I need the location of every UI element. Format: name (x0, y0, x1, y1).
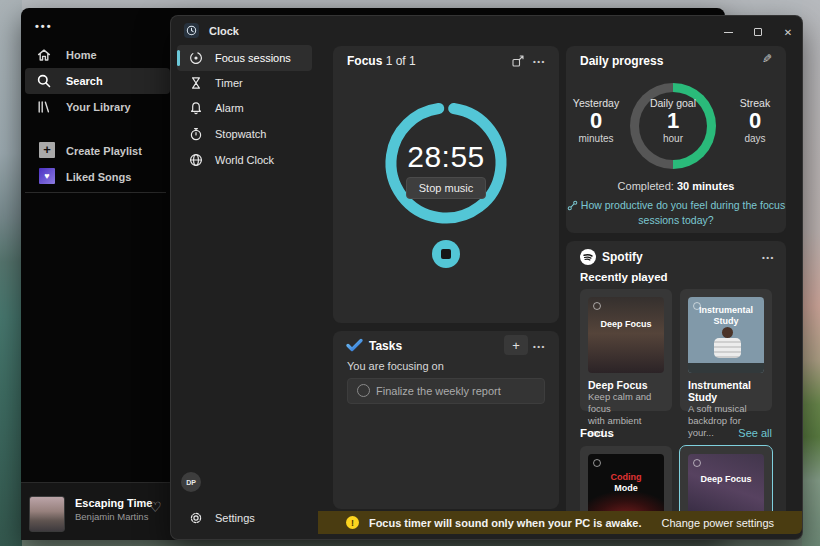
task-item[interactable]: Finalize the weekly report (347, 378, 545, 404)
popout-icon[interactable] (511, 54, 525, 68)
stop-session-button[interactable] (432, 240, 460, 268)
task-label: Finalize the weekly report (376, 385, 501, 397)
maximize-button[interactable] (747, 24, 769, 40)
nav-label-stopwatch: Stopwatch (215, 128, 266, 140)
now-playing-artist[interactable]: Benjamin Martins (75, 511, 148, 522)
spotify-widget-panel: Spotify ••• Recently played Deep Focus D… (566, 241, 786, 533)
nav-item-alarm[interactable]: Alarm (177, 95, 312, 121)
nav-label-alarm: Alarm (215, 102, 244, 114)
sidebar-item-search[interactable]: Search (25, 68, 170, 94)
sidebar-label-search: Search (66, 75, 103, 87)
nav-selection-indicator (177, 50, 180, 66)
nav-item-stopwatch[interactable]: Stopwatch (177, 121, 312, 147)
edit-goal-icon[interactable]: ✎ (762, 52, 772, 66)
album-art[interactable] (29, 496, 65, 532)
tasks-title: Tasks (369, 339, 402, 353)
deep-focus-art: Deep Focus (588, 297, 664, 373)
card-badge-icon (593, 459, 601, 467)
minimize-button[interactable] (717, 24, 739, 40)
maximize-icon (754, 28, 762, 36)
spotify-menu-ellipsis[interactable]: ••• (35, 20, 53, 32)
sidebar-item-create-playlist[interactable]: + Create Playlist (25, 141, 170, 163)
nav-item-timer[interactable]: Timer (177, 70, 312, 96)
daily-progress-panel: Daily progress ✎ Daily goal 1 hour Yeste… (566, 46, 786, 233)
warning-icon: ! (346, 516, 359, 529)
see-all-link[interactable]: See all (738, 427, 772, 439)
desk-shape (688, 363, 764, 373)
sidebar-item-home[interactable]: Home (25, 42, 170, 68)
user-avatar[interactable]: DP (181, 472, 201, 492)
task-checkbox[interactable] (357, 384, 370, 397)
minimize-icon (724, 32, 733, 33)
yesterday-value: 0 (568, 109, 624, 133)
sidebar-divider (25, 192, 166, 193)
recent-card-instrumental-study[interactable]: Instrumental Study Instrumental Study A … (680, 289, 772, 411)
streak-column: Streak 0 days (727, 97, 783, 144)
search-icon (36, 73, 52, 89)
card-title: Deep Focus (588, 379, 664, 391)
nav-item-settings[interactable]: Settings (177, 505, 312, 531)
nav-item-focus-sessions[interactable]: Focus sessions (177, 45, 312, 71)
person-figure (722, 327, 733, 338)
desktop-wallpaper-right (802, 0, 820, 546)
card-title: Instrumental Study (688, 379, 764, 403)
survey-line1: How productive do you feel during the fo… (581, 199, 785, 211)
art-text-line1: Instrumental (688, 305, 764, 316)
focus-section-label: Focus (580, 427, 614, 439)
tasks-panel: Tasks + ••• You are focusing on Finalize… (333, 331, 559, 509)
spotify-widget-more-button[interactable]: ••• (762, 253, 775, 262)
completed-line: Completed: 30 minutes (566, 180, 786, 192)
spotify-logo-icon (580, 249, 596, 265)
daily-goal-value: 1 (645, 109, 701, 133)
art-text-line1: Coding (588, 472, 664, 483)
daily-progress-title: Daily progress (580, 54, 663, 68)
art-text: Deep Focus (588, 319, 664, 330)
timer-hourglass-icon (188, 75, 204, 91)
change-power-settings-link[interactable]: Change power settings (662, 517, 775, 529)
survey-link-icon (567, 200, 578, 211)
art-text: Deep Focus (688, 474, 764, 485)
notification-bar: ! Focus timer will sound only when your … (318, 511, 802, 534)
create-playlist-icon: + (39, 142, 55, 158)
card-desc-line1: Keep calm and focus (588, 391, 664, 415)
nav-label-timer: Timer (215, 77, 243, 89)
nav-item-world-clock[interactable]: World Clock (177, 147, 312, 173)
daily-goal-column: Daily goal 1 hour (645, 97, 701, 144)
streak-unit: days (727, 133, 783, 144)
yesterday-column: Yesterday 0 minutes (568, 97, 624, 144)
art-text-line2: Study (688, 316, 764, 327)
heart-icon[interactable]: ♡ (149, 499, 162, 515)
stop-music-button[interactable]: Stop music (406, 177, 486, 199)
sidebar-item-your-library[interactable]: Your Library (25, 94, 170, 120)
stop-icon (441, 249, 451, 259)
tasks-more-button[interactable]: ••• (533, 342, 546, 351)
card-badge-icon (693, 459, 701, 467)
recent-card-deep-focus[interactable]: Deep Focus Deep Focus Keep calm and focu… (580, 289, 672, 411)
now-playing-title[interactable]: Escaping Time (75, 497, 152, 509)
focus-sessions-icon (188, 50, 204, 66)
notification-message: Focus timer will sound only when your PC… (369, 517, 642, 529)
nav-label-focus-sessions: Focus sessions (215, 52, 291, 64)
card-desc-line1: A soft musical (688, 403, 764, 415)
focusing-on-label: You are focusing on (347, 360, 444, 372)
nav-label-world-clock: World Clock (215, 154, 274, 166)
person-figure-body (714, 338, 741, 358)
stopwatch-icon (188, 126, 204, 142)
productivity-survey-link[interactable]: How productive do you feel during the fo… (566, 198, 786, 228)
gear-icon (188, 510, 204, 526)
focus-count: 1 of 1 (386, 54, 416, 68)
recently-played-label: Recently played (580, 271, 668, 283)
sidebar-item-liked-songs[interactable]: ♥ Liked Songs (25, 167, 170, 189)
add-task-button[interactable]: + (504, 335, 528, 355)
nav-label-settings: Settings (215, 512, 255, 524)
alarm-bell-icon (188, 100, 204, 116)
app-title: Clock (209, 25, 239, 37)
clock-app-icon (184, 23, 199, 38)
world-clock-icon (188, 152, 204, 168)
focus-panel-title: Focus 1 of 1 (347, 54, 416, 68)
streak-value: 0 (727, 109, 783, 133)
close-button[interactable]: ✕ (777, 24, 799, 40)
focus-more-button[interactable]: ••• (533, 57, 546, 66)
completed-value: 30 minutes (677, 180, 734, 192)
sidebar-label-create-playlist: Create Playlist (66, 145, 142, 157)
